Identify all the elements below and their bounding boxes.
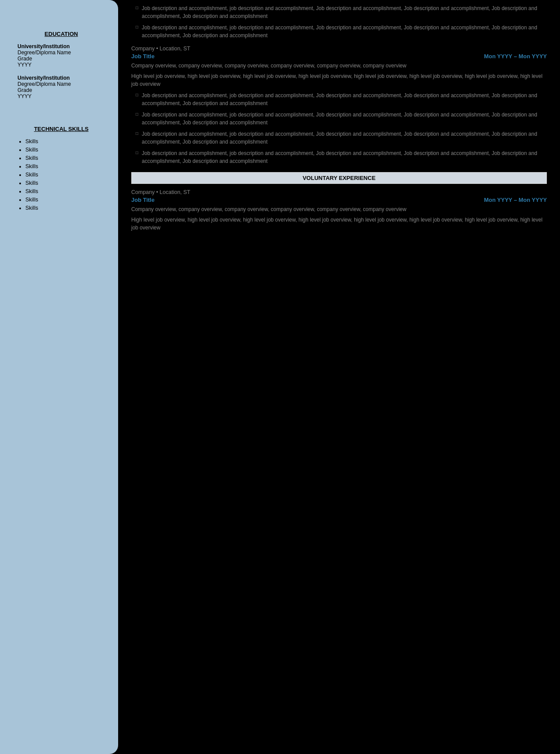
job-bullet-1-1: Job description and accomplishment, job … <box>136 92 547 107</box>
job-title-1: Job Title <box>131 53 154 60</box>
edu-year-1: YYYY <box>18 62 105 68</box>
skill-4: Skills <box>25 163 105 169</box>
job-bullets-1: Job description and accomplishment, job … <box>131 92 547 165</box>
pre-bullet-1: Job description and accomplishment, job … <box>136 4 547 20</box>
voluntary-section-title: VOLUNTARY EXPERIENCE <box>303 175 376 181</box>
skill-1: Skills <box>25 138 105 144</box>
skill-7: Skills <box>25 188 105 194</box>
edu-entry-2: University/Institution Degree/Diploma Na… <box>18 75 105 99</box>
job-title-row-1: Job Title Mon YYYY – Mon YYYY <box>131 53 547 60</box>
page-container: EDUCATION University/Institution Degree/… <box>0 0 560 754</box>
technical-skills-heading: TECHNICAL SKILLS <box>18 126 105 132</box>
edu-degree-1: Degree/Diploma Name <box>18 49 105 56</box>
skill-9: Skills <box>25 205 105 211</box>
education-heading: EDUCATION <box>18 31 105 37</box>
voluntary-job-date-1: Mon YYYY – Mon YYYY <box>484 197 547 203</box>
skill-2: Skills <box>25 147 105 153</box>
skill-5: Skills <box>25 172 105 178</box>
skills-list: Skills Skills Skills Skills Skills Skill… <box>18 138 105 211</box>
job-bullet-1-2: Job description and accomplishment, job … <box>136 111 547 127</box>
skill-3: Skills <box>25 155 105 161</box>
voluntary-title-row-1: Job Title Mon YYYY – Mon YYYY <box>131 197 547 203</box>
high-level-1: High level job overview, high level job … <box>131 72 547 88</box>
job-date-1: Mon YYYY – Mon YYYY <box>484 53 547 60</box>
education-section: EDUCATION University/Institution Degree/… <box>18 31 105 99</box>
skill-6: Skills <box>25 180 105 186</box>
sidebar: EDUCATION University/Institution Degree/… <box>0 0 118 754</box>
job-bullet-1-3: Job description and accomplishment, job … <box>136 130 547 146</box>
edu-institution-2: University/Institution <box>18 75 105 81</box>
edu-grade-2: Grade <box>18 87 105 93</box>
skill-8: Skills <box>25 197 105 203</box>
edu-grade-1: Grade <box>18 56 105 62</box>
company-overview-1: Company overview, company overview, comp… <box>131 62 547 70</box>
voluntary-high-level-1: High level job overview, high level job … <box>131 216 547 232</box>
edu-year-2: YYYY <box>18 93 105 99</box>
pre-bullets: Job description and accomplishment, job … <box>131 4 547 39</box>
edu-degree-2: Degree/Diploma Name <box>18 81 105 87</box>
pre-bullet-2: Job description and accomplishment, job … <box>136 24 547 39</box>
edu-entry-1: University/Institution Degree/Diploma Na… <box>18 43 105 68</box>
company-location-1: Company • Location, ST <box>131 46 547 52</box>
voluntary-job-title-1: Job Title <box>131 197 154 203</box>
voluntary-company-1: Company • Location, ST <box>131 189 547 195</box>
edu-institution-1: University/Institution <box>18 43 105 49</box>
voluntary-company-overview-1: Company overview, company overview, comp… <box>131 205 547 213</box>
job-bullet-1-4: Job description and accomplishment, job … <box>136 149 547 165</box>
main-content: Job description and accomplishment, job … <box>118 0 560 754</box>
voluntary-section-divider: VOLUNTARY EXPERIENCE <box>131 172 547 184</box>
technical-skills-section: TECHNICAL SKILLS Skills Skills Skills Sk… <box>18 126 105 211</box>
